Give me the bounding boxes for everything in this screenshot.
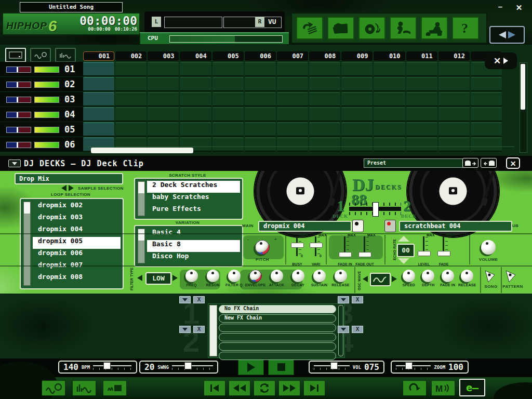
attack-knob-group[interactable]: ATTACK <box>266 270 287 287</box>
freq-knob-group[interactable]: FREQ <box>181 270 202 287</box>
pattern-cell[interactable] <box>438 107 470 122</box>
slider-thumb[interactable] <box>405 362 413 369</box>
pattern-cell[interactable] <box>406 77 437 91</box>
pattern-cell[interactable] <box>374 62 405 76</box>
pattern-column-header[interactable]: 003 <box>148 51 179 61</box>
pattern-cell[interactable] <box>309 62 340 76</box>
fx-chain-item[interactable] <box>219 342 336 351</box>
grid-vertical-scrollbar[interactable] <box>520 62 527 153</box>
close-button[interactable]: ✕ <box>513 3 525 12</box>
volume-slider[interactable] <box>314 363 350 371</box>
skip-end-button[interactable] <box>303 380 325 396</box>
sample-prev-icon[interactable] <box>61 185 66 191</box>
loop-list-item[interactable]: dropmix 004 <box>33 225 121 237</box>
pattern-cell[interactable] <box>406 62 437 76</box>
pattern-cell[interactable] <box>148 92 179 107</box>
pattern-column-header[interactable]: 012 <box>438 51 470 61</box>
volume-meter[interactable] <box>34 112 59 118</box>
pattern-cell[interactable] <box>83 92 114 107</box>
pattern-cell[interactable] <box>438 77 470 91</box>
fx-slot-close-button[interactable]: X <box>193 296 205 303</box>
pattern-cell[interactable] <box>148 62 179 76</box>
sustain-knob[interactable] <box>313 270 326 282</box>
pattern-cell[interactable] <box>180 77 211 91</box>
pan-slider[interactable] <box>6 127 31 133</box>
pattern-cell[interactable] <box>212 62 244 76</box>
slider-thumb[interactable] <box>418 251 431 256</box>
scrollbar-thumb[interactable] <box>138 182 144 193</box>
slider-thumb[interactable] <box>358 252 371 257</box>
scrollbar-thumb[interactable] <box>521 64 525 110</box>
pattern-cell[interactable] <box>341 92 373 107</box>
pattern-column-header[interactable]: 008 <box>309 51 340 61</box>
decay-knob[interactable] <box>292 270 304 282</box>
volume-meter[interactable] <box>34 97 59 103</box>
pattern-cell[interactable] <box>115 107 147 122</box>
loop-list-item[interactable]: dropmix 003 <box>33 213 121 225</box>
fx-slot-collapse-button[interactable] <box>179 326 191 333</box>
open-folder-button[interactable] <box>327 17 354 39</box>
pattern-column-header[interactable]: 004 <box>180 51 211 61</box>
pan-slider[interactable] <box>6 66 31 73</box>
pattern-cell[interactable] <box>277 122 308 137</box>
pattern-cell[interactable] <box>212 77 244 91</box>
loop-button[interactable] <box>254 380 275 396</box>
pattern-cell[interactable] <box>212 122 244 137</box>
loop-list-item[interactable]: dropmix 007 <box>33 261 121 273</box>
dj-decks-close-button[interactable]: ✕ <box>506 157 520 169</box>
variation-item[interactable]: Disco Hop <box>147 252 240 264</box>
volume-meter[interactable] <box>34 82 59 88</box>
fx-slot-close-button[interactable]: X <box>352 296 363 303</box>
pattern-cell[interactable] <box>277 92 308 107</box>
swing-slider[interactable] <box>172 363 213 371</box>
pattern-cell[interactable] <box>309 92 340 107</box>
pattern-cell[interactable] <box>212 92 244 107</box>
pattern-cell[interactable] <box>245 77 276 91</box>
pattern-cell[interactable] <box>83 107 114 122</box>
turntable-button[interactable] <box>358 17 385 39</box>
sub-sample-field[interactable]: scratchbeat 004 <box>399 221 512 232</box>
scrollbar-thumb[interactable] <box>91 148 193 153</box>
pan-slider[interactable] <box>6 142 31 148</box>
pattern-cell[interactable] <box>148 107 179 122</box>
pattern-cell[interactable] <box>309 107 340 122</box>
collapse-window-icon[interactable] <box>8 159 21 167</box>
ejay-logo-button[interactable]: e‒ <box>459 379 485 396</box>
osc-prev-icon[interactable] <box>363 276 368 282</box>
slider-thumb[interactable] <box>339 252 352 257</box>
fade-in-slider[interactable]: MAX FADE IN <box>336 235 354 264</box>
fx-slot-collapse-button[interactable] <box>338 296 349 303</box>
variation-item[interactable]: Basic 8 <box>147 240 240 252</box>
volume-knob[interactable] <box>481 240 496 255</box>
loop-list-item[interactable]: dropmix 002 <box>33 201 121 213</box>
pattern-cell[interactable] <box>341 62 373 76</box>
pattern-cell[interactable] <box>406 107 437 122</box>
slider-thumb[interactable] <box>437 251 450 256</box>
tab-arrange-view[interactable] <box>5 48 26 62</box>
reson-knob[interactable] <box>207 270 219 282</box>
filter-next-icon[interactable] <box>172 275 178 281</box>
envelope-knob[interactable] <box>249 270 262 282</box>
osc-next-icon[interactable] <box>392 276 397 282</box>
release-knob-group[interactable]: RELEASE <box>458 270 477 287</box>
pattern-cell[interactable] <box>83 122 114 137</box>
pattern-cell[interactable] <box>374 77 405 91</box>
pattern-column-header[interactable]: 007 <box>277 51 308 61</box>
slider-thumb[interactable] <box>291 243 304 248</box>
pattern-cell[interactable] <box>374 92 405 107</box>
volume-meter[interactable] <box>34 142 59 148</box>
fx-chain-item[interactable] <box>219 352 336 360</box>
pattern-cell[interactable] <box>471 77 502 91</box>
pattern-cell[interactable] <box>471 122 502 137</box>
undo-button[interactable] <box>296 17 323 39</box>
sample-next-icon[interactable] <box>69 185 74 191</box>
pattern-cell[interactable] <box>148 77 179 91</box>
pattern-cell[interactable] <box>148 122 179 137</box>
vari-slider[interactable]: MAX 0 VARI <box>307 235 325 264</box>
fx-slot-collapse-button[interactable] <box>179 296 191 303</box>
artist-button[interactable] <box>390 17 417 39</box>
pattern-cell[interactable] <box>309 122 340 137</box>
filter-q-knob-group[interactable]: FILTER Q <box>223 270 245 287</box>
fx-chain-item[interactable] <box>219 324 336 332</box>
song-title[interactable]: Untitled Song <box>20 2 123 12</box>
